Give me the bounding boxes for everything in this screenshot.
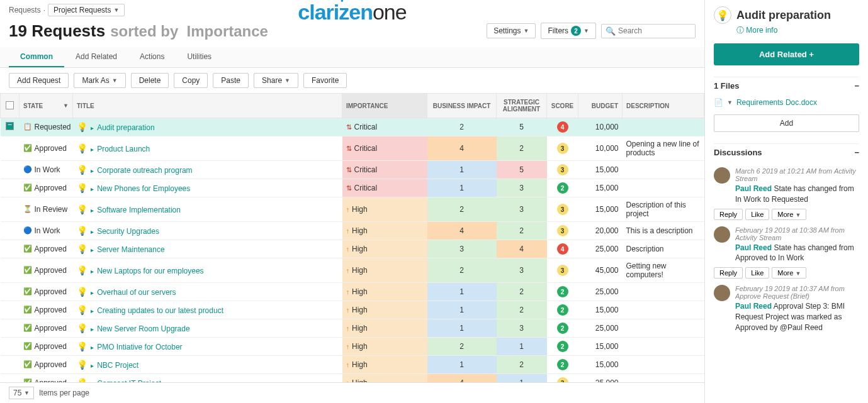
expand-icon[interactable]: ▸ (91, 207, 94, 214)
col-title[interactable]: TITLE (73, 94, 342, 118)
author-link[interactable]: Paul Reed (735, 302, 772, 311)
table-row[interactable]: 🔵In Work💡 ▸ Corporate outreach program⇅C… (1, 161, 704, 179)
expand-icon[interactable]: ▸ (91, 344, 94, 351)
chevron-down-icon[interactable]: ▼ (727, 99, 733, 106)
business-impact-value: 3 (427, 240, 497, 258)
more-button[interactable]: More ▼ (772, 209, 806, 220)
table-row[interactable]: ✅Approved💡 ▸ Overhaul of our servers↑Hig… (1, 283, 704, 301)
expand-icon[interactable]: ▸ (91, 167, 94, 174)
settings-dropdown[interactable]: Settings ▼ (487, 23, 536, 38)
more-button[interactable]: More ▼ (772, 267, 806, 279)
expand-icon[interactable]: ▸ (91, 362, 94, 369)
description-value: Opening a new line of products (623, 136, 704, 161)
author-link[interactable]: Paul Reed (735, 184, 772, 193)
expand-icon[interactable]: ▸ (91, 307, 94, 314)
discussions-section-header[interactable]: Discussions − (714, 143, 859, 161)
row-title-link[interactable]: Creating updates to our latest product (97, 306, 223, 315)
breadcrumb-root[interactable]: Requests (9, 6, 41, 14)
row-title-link[interactable]: Server Maintenance (97, 245, 164, 254)
add-request-button[interactable]: Add Request (9, 73, 69, 88)
state-icon: ✅ (23, 266, 32, 275)
col-business-impact[interactable]: BUSINESS IMPACT (427, 94, 497, 118)
expand-icon[interactable]: ▸ (91, 326, 94, 333)
tab-common[interactable]: Common (9, 47, 64, 67)
filters-dropdown[interactable]: Filters 2 ▼ (541, 23, 596, 39)
mark-as-button[interactable]: Mark As ▼ (74, 73, 125, 88)
row-title-link[interactable]: New Server Room Upgrade (97, 324, 189, 333)
paste-button[interactable]: Paste (213, 73, 249, 88)
delete-button[interactable]: Delete (131, 73, 169, 88)
bulb-icon: 💡 (714, 6, 731, 24)
state-icon: ✅ (23, 324, 32, 333)
like-button[interactable]: Like (745, 267, 769, 279)
col-importance[interactable]: IMPORTANCE (342, 94, 427, 118)
expand-icon[interactable]: ▸ (91, 268, 94, 275)
budget-value: 25,000 (578, 374, 623, 383)
row-title-link[interactable]: New Laptops for our employees (97, 267, 203, 275)
col-budget[interactable]: BUDGET (578, 94, 623, 118)
table-row[interactable]: ✅Approved💡 ▸ PMO Intiative for October↑H… (1, 338, 704, 356)
file-item[interactable]: 📄 ▼ Requirements Doc.docx (714, 94, 859, 111)
discussion-meta: March 6 2019 at 10:21 AM from Activity S… (735, 167, 859, 182)
row-title-link[interactable]: New Phones for Employees (97, 184, 190, 193)
search-box[interactable]: 🔍 (601, 24, 696, 38)
table-row[interactable]: 🔵In Work💡 ▸ Security Upgrades↑High42320,… (1, 222, 704, 240)
share-button[interactable]: Share ▼ (254, 73, 298, 88)
breadcrumb-dropdown[interactable]: Project Requests ▼ (48, 4, 125, 16)
items-per-page-select[interactable]: 75 ▼ (9, 387, 34, 399)
col-checkbox[interactable] (1, 94, 20, 118)
description-value (623, 179, 704, 197)
table-row[interactable]: ✅Approved💡 ▸ New Laptops for our employe… (1, 258, 704, 283)
row-title-link[interactable]: PMO Intiative for October (97, 343, 182, 351)
row-title-link[interactable]: Corporate outreach program (97, 166, 192, 175)
table-row[interactable]: ✅Approved💡 ▸ Comcast IT Project↑High4132… (1, 374, 704, 383)
tab-utilities[interactable]: Utilities (176, 47, 223, 67)
expand-icon[interactable]: ▸ (91, 185, 94, 192)
expand-icon[interactable]: ▸ (91, 228, 94, 235)
col-state[interactable]: STATE ▼ (20, 94, 73, 118)
search-input[interactable] (618, 26, 691, 35)
favorite-button[interactable]: Favorite (303, 73, 347, 88)
author-link[interactable]: Paul Reed (735, 243, 772, 252)
more-info-link[interactable]: ⓘ More info (736, 25, 859, 36)
description-value: Getting new computers! (623, 258, 704, 283)
checkbox-all[interactable] (6, 101, 14, 109)
add-related-button[interactable]: Add Related + (714, 43, 859, 65)
row-title-link[interactable]: Security Upgrades (97, 227, 159, 236)
table-row[interactable]: ⏳In Review💡 ▸ Software Implementation↑Hi… (1, 197, 704, 222)
row-checkbox[interactable] (6, 122, 14, 130)
row-title-link[interactable]: Overhaul of our servers (97, 288, 176, 297)
bulb-icon: 💡 (77, 287, 87, 297)
col-score[interactable]: SCORE (547, 94, 578, 118)
expand-icon[interactable]: ▸ (91, 246, 94, 253)
files-section-header[interactable]: 1 Files − (714, 77, 859, 94)
expand-icon[interactable]: ▸ (91, 146, 94, 153)
table-row[interactable]: ✅Approved💡 ▸ New Phones for Employees⇅Cr… (1, 179, 704, 197)
pagination-footer: 75 ▼ Items per page (0, 382, 704, 403)
table-row[interactable]: ✅Approved💡 ▸ Product Launch⇅Critical4231… (1, 136, 704, 161)
requests-table: STATE ▼ TITLE IMPORTANCE BUSINESS IMPACT… (0, 93, 704, 382)
col-description[interactable]: DESCRIPTION (623, 94, 704, 118)
tab-actions[interactable]: Actions (128, 47, 176, 67)
table-row[interactable]: 📋Requested💡 ▸ Audit preparation⇅Critical… (1, 118, 704, 136)
row-title-link[interactable]: Product Launch (97, 145, 150, 153)
state-label: Requested (35, 123, 71, 131)
copy-button[interactable]: Copy (174, 73, 208, 88)
tab-add-related[interactable]: Add Related (64, 47, 128, 67)
add-file-button[interactable]: Add (714, 114, 859, 132)
business-impact-value: 1 (427, 161, 497, 179)
table-row[interactable]: ✅Approved💡 ▸ Creating updates to our lat… (1, 301, 704, 319)
row-title-link[interactable]: Software Implementation (97, 206, 181, 214)
expand-icon[interactable]: ▸ (91, 124, 94, 131)
table-row[interactable]: ✅Approved💡 ▸ Server Maintenance↑High3442… (1, 240, 704, 258)
reply-button[interactable]: Reply (714, 267, 743, 279)
importance-label: High (352, 324, 368, 333)
col-strategic[interactable]: STRATEGIC ALIGNMENT (497, 94, 547, 118)
row-title-link[interactable]: Audit preparation (97, 123, 154, 132)
table-row[interactable]: ✅Approved💡 ▸ New Server Room Upgrade↑Hig… (1, 319, 704, 338)
like-button[interactable]: Like (745, 209, 769, 220)
row-title-link[interactable]: NBC Project (97, 361, 138, 370)
expand-icon[interactable]: ▸ (91, 289, 94, 296)
table-row[interactable]: ✅Approved💡 ▸ NBC Project↑High12215,000 (1, 356, 704, 374)
reply-button[interactable]: Reply (714, 209, 743, 220)
